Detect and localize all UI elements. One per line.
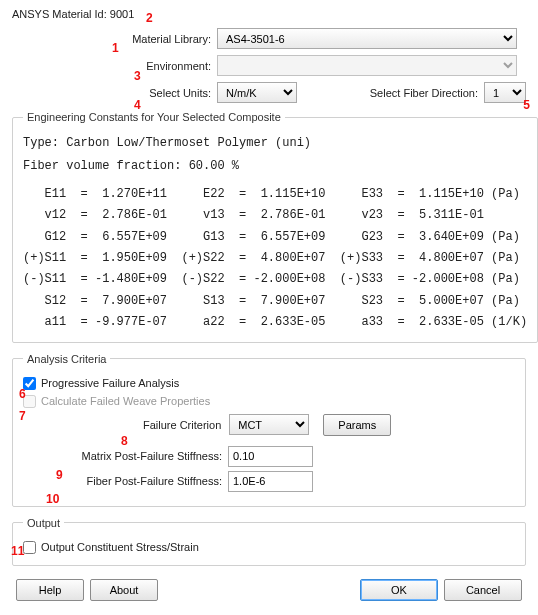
select-units-select[interactable]: N/m/K [217,82,297,103]
fiber-pfs-input[interactable] [228,471,313,492]
const-row-E: E11 = 1.270E+11 E22 = 1.115E+10 E33 = 1.… [23,186,527,203]
output-group: Output Output Constituent Stress/Strain [12,517,526,566]
type-line: Type: Carbon Low/Thermoset Polymer (uni) [23,135,527,152]
annotation-10: 10 [46,492,59,506]
output-legend: Output [23,517,64,529]
output-constituent-checkbox[interactable] [23,541,36,554]
cancel-button[interactable]: Cancel [444,579,522,601]
annotation-3: 3 [134,69,141,83]
const-row-Sm: (-)S11 = -1.480E+09 (-)S22 = -2.000E+08 … [23,271,527,288]
failed-weave-label: Calculate Failed Weave Properties [41,395,210,407]
ok-button[interactable]: OK [360,579,438,601]
params-button[interactable]: Params [323,414,391,436]
engineering-constants-group: Engineering Constants for Your Selected … [12,111,538,343]
const-row-v: v12 = 2.786E-01 v13 = 2.786E-01 v23 = 5.… [23,207,527,224]
failure-criterion-label: Failure Criterion [143,419,221,431]
matrix-pfs-label: Matrix Post-Failure Stiffness: [23,450,228,462]
select-units-label: Select Units: [12,87,217,99]
output-constituent-label: Output Constituent Stress/Strain [41,541,199,553]
help-button[interactable]: Help [16,579,84,601]
environment-select[interactable] [217,55,517,76]
annotation-2: 2 [146,11,153,25]
progressive-failure-label: Progressive Failure Analysis [41,377,179,389]
about-button[interactable]: About [90,579,158,601]
fiber-pfs-label: Fiber Post-Failure Stiffness: [23,475,228,487]
footer-bar: Help About OK Cancel [16,579,522,601]
failure-criterion-select[interactable]: MCT [229,414,309,435]
matrix-pfs-input[interactable] [228,446,313,467]
annotation-6: 6 [19,387,26,401]
material-id-label: ANSYS Material Id: 9001 [12,8,526,20]
engineering-constants-legend: Engineering Constants for Your Selected … [23,111,285,123]
const-row-a: a11 = -9.977E-07 a22 = 2.633E-05 a33 = 2… [23,314,527,331]
material-library-select[interactable]: AS4-3501-6 [217,28,517,49]
annotation-1: 1 [112,41,119,55]
annotation-5: 5 [523,98,530,112]
const-row-Sp: (+)S11 = 1.950E+09 (+)S22 = 4.800E+07 (+… [23,250,527,267]
fvf-line: Fiber volume fraction: 60.00 % [23,158,527,175]
select-fiber-select[interactable]: 1 [484,82,526,103]
annotation-4: 4 [134,98,141,112]
select-fiber-label: Select Fiber Direction: [370,87,478,99]
analysis-criteria-group: Analysis Criteria Progressive Failure An… [12,353,526,507]
annotation-9: 9 [56,468,63,482]
analysis-criteria-legend: Analysis Criteria [23,353,110,365]
const-row-S12: S12 = 7.900E+07 S13 = 7.900E+07 S23 = 5.… [23,293,527,310]
annotation-8: 8 [121,434,128,448]
const-row-G: G12 = 6.557E+09 G13 = 6.557E+09 G23 = 3.… [23,229,527,246]
environment-label: Environment: [12,60,217,72]
annotation-11: 11 [11,544,24,558]
annotation-7: 7 [19,409,26,423]
